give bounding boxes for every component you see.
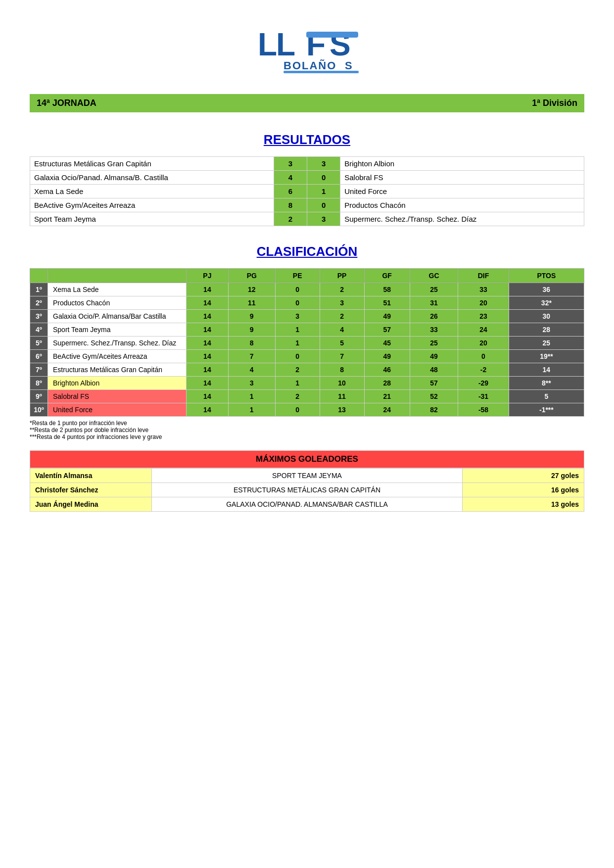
note: ***Resta de 4 puntos por infracciones le… [30, 434, 584, 440]
col-dif: DIF [458, 269, 509, 283]
clas-pos: 7º [30, 363, 48, 377]
score-away: 1 [307, 185, 340, 198]
clas-gf: 57 [364, 323, 410, 337]
clas-pg: 11 [228, 296, 275, 310]
clas-pts: 25 [509, 337, 584, 350]
clas-pp: 10 [320, 377, 364, 390]
results-table: Estructuras Metálicas Gran Capitán 3 3 B… [30, 156, 584, 226]
clas-pg: 9 [228, 310, 275, 323]
clas-pj: 14 [187, 377, 229, 390]
clas-pj: 14 [187, 390, 229, 403]
away-team: Salobral FS [340, 171, 584, 185]
clas-dif: 20 [458, 296, 509, 310]
clas-dif: 33 [458, 283, 509, 296]
svg-text:BOLAÑO: BOLAÑO [283, 59, 336, 72]
result-row: Xema La Sede 6 1 United Force [30, 185, 584, 198]
clas-gc: 82 [410, 403, 458, 417]
clas-pp: 2 [320, 310, 364, 323]
clasificacion-title: CLASIFICACIÓN [30, 244, 584, 259]
away-team: Brighton Albion [340, 157, 584, 171]
col-pts: PTOS [509, 269, 584, 283]
clas-pos: 8º [30, 377, 48, 390]
clas-row: 7º Estructuras Metálicas Gran Capitán 14… [30, 363, 584, 377]
clas-gc: 52 [410, 390, 458, 403]
score-home: 6 [274, 185, 307, 198]
goleador-row: Juan Ángel Medina GALAXIA OCIO/PANAD. AL… [30, 497, 584, 512]
score-home: 4 [274, 171, 307, 185]
clas-gc: 57 [410, 377, 458, 390]
clas-pos: 10º [30, 403, 48, 417]
clas-row: 1º Xema La Sede 14 12 0 2 58 25 33 36 [30, 283, 584, 296]
home-team: Xema La Sede [30, 185, 274, 198]
clas-pp: 4 [320, 323, 364, 337]
col-pos [30, 269, 48, 283]
jornada-label: 14ª JORNADA [37, 98, 96, 108]
goleador-row: Christofer Sánchez ESTRUCTURAS METÁLICAS… [30, 483, 584, 497]
clas-pts: 30 [509, 310, 584, 323]
gol-name: Juan Ángel Medina [30, 497, 152, 512]
gol-goals: 13 goles [462, 497, 584, 512]
clas-gc: 31 [410, 296, 458, 310]
clasificacion-table: PJ PG PE PP GF GC DIF PTOS 1º Xema La Se… [30, 268, 584, 417]
clas-pg: 3 [228, 377, 275, 390]
clas-pts: -1*** [509, 403, 584, 417]
gol-team: SPORT TEAM JEYMA [152, 469, 462, 483]
clas-pj: 14 [187, 403, 229, 417]
clas-pts: 28 [509, 323, 584, 337]
gol-team: ESTRUCTURAS METÁLICAS GRAN CAPITÁN [152, 483, 462, 497]
home-team: Galaxia Ocio/Panad. Almansa/B. Castilla [30, 171, 274, 185]
clas-dif: -2 [458, 363, 509, 377]
clas-row: 9º Salobral FS 14 1 2 11 21 52 -31 5 [30, 390, 584, 403]
clas-gf: 51 [364, 296, 410, 310]
clas-pg: 1 [228, 390, 275, 403]
resultados-title: RESULTADOS [30, 132, 584, 147]
clas-gf: 49 [364, 350, 410, 363]
clas-pj: 14 [187, 363, 229, 377]
clas-team: Salobral FS [48, 390, 187, 403]
col-pj: PJ [187, 269, 229, 283]
clas-pe: 0 [275, 350, 320, 363]
home-team: BeActive Gym/Aceites Arreaza [30, 198, 274, 212]
note: *Resta de 1 punto por infracción leve [30, 420, 584, 427]
clas-pts: 19** [509, 350, 584, 363]
clas-pe: 1 [275, 377, 320, 390]
result-row: Sport Team Jeyma 2 3 Supermerc. Schez./T… [30, 212, 584, 226]
clas-gf: 49 [364, 310, 410, 323]
clas-pe: 2 [275, 363, 320, 377]
clas-pos: 1º [30, 283, 48, 296]
resultados-section: RESULTADOS Estructuras Metálicas Gran Ca… [30, 132, 584, 226]
clas-pp: 13 [320, 403, 364, 417]
clas-pe: 2 [275, 390, 320, 403]
clas-gc: 26 [410, 310, 458, 323]
clas-pp: 11 [320, 390, 364, 403]
away-team: Productos Chacón [340, 198, 584, 212]
notes-container: *Resta de 1 punto por infracción leve**R… [30, 420, 584, 440]
clas-pp: 2 [320, 283, 364, 296]
clas-dif: -29 [458, 377, 509, 390]
clas-pj: 14 [187, 296, 229, 310]
gol-goals: 27 goles [462, 469, 584, 483]
clas-pj: 14 [187, 283, 229, 296]
clas-row: 8º Brighton Albion 14 3 1 10 28 57 -29 8… [30, 377, 584, 390]
score-home: 3 [274, 157, 307, 171]
clas-pos: 4º [30, 323, 48, 337]
clas-row: 2º Productos Chacón 14 11 0 3 51 31 20 3… [30, 296, 584, 310]
clas-team: BeActive Gym/Aceites Arreaza [48, 350, 187, 363]
clas-pg: 4 [228, 363, 275, 377]
clas-pg: 8 [228, 337, 275, 350]
clas-pe: 0 [275, 283, 320, 296]
gol-goals: 16 goles [462, 483, 584, 497]
clas-pe: 1 [275, 323, 320, 337]
clas-pe: 0 [275, 403, 320, 417]
clas-pts: 8** [509, 377, 584, 390]
clas-dif: 20 [458, 337, 509, 350]
clas-pe: 0 [275, 296, 320, 310]
clas-gf: 24 [364, 403, 410, 417]
clas-pj: 14 [187, 350, 229, 363]
logo-container: LL F S BOLAÑO S [30, 25, 584, 74]
score-home: 2 [274, 212, 307, 226]
header-bar: 14ª JORNADA 1ª División [30, 94, 584, 112]
clas-gf: 45 [364, 337, 410, 350]
clas-gf: 46 [364, 363, 410, 377]
clas-pos: 5º [30, 337, 48, 350]
